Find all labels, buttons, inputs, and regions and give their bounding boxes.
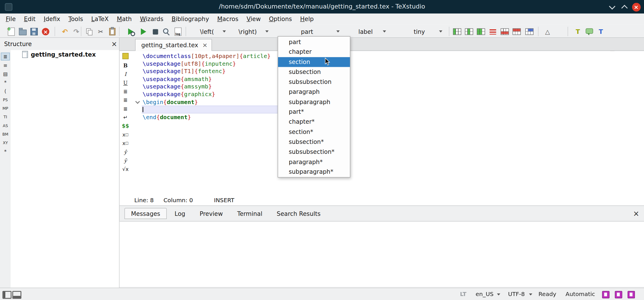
undo-button[interactable] bbox=[60, 26, 70, 37]
misc-symbols-tab[interactable]: * bbox=[1, 148, 10, 155]
bookmarks-tab[interactable]: ≡ bbox=[1, 61, 10, 69]
marker-icon-1[interactable] bbox=[602, 291, 610, 298]
left-delimiter-combo[interactable]: \left( bbox=[191, 26, 229, 37]
dropdown-item-paragraph[interactable]: paragraph bbox=[278, 87, 350, 97]
merge-cells-button[interactable] bbox=[524, 26, 535, 37]
code-area[interactable]: \documentclass[10pt,a4paper]{article}\us… bbox=[132, 52, 644, 135]
spell-language-selector[interactable]: en_US bbox=[476, 288, 493, 300]
operators-tab[interactable]: * bbox=[1, 78, 10, 86]
menu-item-macros[interactable]: Macros bbox=[213, 14, 242, 25]
menu-item-wizards[interactable]: Wizards bbox=[136, 14, 167, 25]
bottom-panel-close-button[interactable]: × bbox=[632, 208, 640, 218]
bottom-tab-log[interactable]: Log bbox=[168, 208, 192, 219]
bar-button[interactable]: ȳ bbox=[121, 156, 130, 164]
delimiters-tab[interactable]: ( bbox=[1, 87, 10, 95]
yellow-marker-icon[interactable] bbox=[122, 53, 129, 59]
code-line-4[interactable]: \usepackage{amsmath} bbox=[143, 75, 212, 83]
tab-close-icon[interactable]: × bbox=[202, 42, 207, 48]
linebreak-button[interactable]: ↵ bbox=[121, 113, 130, 121]
font-size-combo[interactable]: tiny bbox=[400, 26, 446, 37]
dropdown-item-section-star[interactable]: section* bbox=[278, 127, 350, 137]
compile-button[interactable] bbox=[138, 26, 149, 37]
code-line-1[interactable]: \documentclass[10pt,a4paper]{article} bbox=[143, 52, 271, 60]
marker-icon-2[interactable] bbox=[615, 291, 622, 298]
copy-button[interactable] bbox=[84, 26, 95, 37]
encoding-selector[interactable]: UTF-8 bbox=[508, 288, 525, 300]
dropdown-item-subparagraph[interactable]: subparagraph bbox=[278, 97, 350, 107]
editor-tab[interactable]: getting_started.tex × bbox=[135, 39, 212, 51]
reference-combo[interactable]: label bbox=[348, 26, 389, 37]
superscript-button[interactable]: x□ bbox=[121, 139, 130, 147]
titlebar[interactable]: /home/sdm/Dokumente/tex/manual/getting_s… bbox=[0, 0, 644, 14]
triangle-button-1[interactable] bbox=[542, 26, 553, 37]
maximize-button[interactable] bbox=[619, 2, 629, 12]
dropdown-item-part-star[interactable]: part* bbox=[278, 107, 350, 117]
structure-tab[interactable]: ≣ bbox=[1, 53, 10, 60]
code-line-8[interactable] bbox=[142, 106, 280, 113]
underline-button[interactable]: U bbox=[121, 78, 130, 87]
bottom-tab-messages[interactable]: Messages bbox=[124, 208, 167, 219]
remove-column-button[interactable] bbox=[476, 26, 486, 37]
beamer-tab[interactable]: BM bbox=[1, 130, 10, 138]
align-left-button[interactable]: ≣ bbox=[121, 87, 130, 95]
dropdown-item-subsection-star[interactable]: subsection* bbox=[278, 137, 350, 147]
menu-item-bibliography[interactable]: Bibliography bbox=[168, 14, 213, 25]
new-document-button[interactable]: + bbox=[6, 26, 16, 37]
highlight-text-button[interactable] bbox=[572, 26, 583, 37]
redo-button[interactable] bbox=[71, 26, 82, 37]
code-line-5[interactable]: \usepackage{amssymb} bbox=[143, 83, 212, 90]
bottom-tab-search-results[interactable]: Search Results bbox=[270, 208, 327, 219]
dropdown-item-subparagraph-star[interactable]: subparagraph* bbox=[278, 167, 350, 177]
dropdown-item-paragraph-star[interactable]: paragraph* bbox=[278, 157, 350, 167]
subscript-button[interactable]: x□ bbox=[121, 130, 130, 138]
add-row-button[interactable] bbox=[499, 26, 510, 37]
code-line-3[interactable]: \usepackage[T1]{fontenc} bbox=[143, 67, 226, 75]
menu-item-edit[interactable]: Edit bbox=[20, 14, 40, 25]
messages-content[interactable] bbox=[120, 221, 644, 287]
open-button[interactable] bbox=[17, 26, 28, 37]
marker-icon-3[interactable] bbox=[628, 291, 635, 298]
menu-item-latex[interactable]: LaTeX bbox=[87, 14, 113, 25]
menu-item-math[interactable]: Math bbox=[113, 14, 136, 25]
sectioning-combo[interactable]: part bbox=[278, 26, 343, 37]
xy-pic-tab[interactable]: XY bbox=[1, 139, 10, 146]
bottom-tab-preview[interactable]: Preview bbox=[193, 208, 230, 219]
dropdown-item-subsubsection[interactable]: subsubsection bbox=[278, 77, 350, 87]
log-button[interactable]: log bbox=[172, 26, 183, 37]
line-ending-selector[interactable]: Automatic bbox=[566, 288, 595, 300]
cut-button[interactable] bbox=[95, 26, 106, 37]
minimize-button[interactable] bbox=[607, 2, 617, 12]
insert-table-button[interactable] bbox=[452, 26, 462, 37]
code-line-6[interactable]: \usepackage{graphicx} bbox=[143, 90, 215, 98]
toggle-structure-panel-icon[interactable] bbox=[3, 291, 12, 299]
bold-button[interactable]: B bbox=[121, 61, 130, 69]
menu-item-help[interactable]: Help bbox=[296, 14, 318, 25]
toggle-messages-panel-icon[interactable] bbox=[12, 291, 21, 299]
code-line-9[interactable]: \end{document} bbox=[143, 113, 191, 121]
align-rows-button[interactable] bbox=[487, 26, 498, 37]
asymptote-tab[interactable]: AS bbox=[1, 122, 10, 129]
paste-button[interactable] bbox=[107, 26, 118, 37]
menu-item-file[interactable]: File bbox=[2, 14, 20, 25]
metapost-tab[interactable]: MP bbox=[1, 104, 10, 112]
dropdown-item-part[interactable]: part bbox=[278, 37, 350, 47]
stop-button[interactable] bbox=[150, 26, 161, 37]
close-document-button[interactable]: × bbox=[40, 26, 51, 37]
build-and-view-button[interactable] bbox=[125, 26, 136, 37]
pstricks-tab[interactable]: PS bbox=[1, 96, 10, 104]
code-line-2[interactable]: \usepackage[utf8]{inputenc} bbox=[143, 60, 236, 67]
dropdown-item-subsubsection-star[interactable]: subsubsection* bbox=[278, 147, 350, 157]
menu-item-view[interactable]: View bbox=[243, 14, 265, 25]
comment-button[interactable] bbox=[584, 26, 595, 37]
save-button[interactable] bbox=[29, 26, 39, 37]
dropdown-item-section[interactable]: section bbox=[278, 57, 350, 67]
add-column-button[interactable] bbox=[464, 26, 474, 37]
remove-row-button[interactable] bbox=[511, 26, 522, 37]
sqrt-button[interactable]: √x bbox=[121, 165, 130, 173]
view-log-button[interactable] bbox=[161, 26, 172, 37]
dropdown-item-chapter[interactable]: chapter bbox=[278, 47, 350, 57]
dropdown-item-subsection[interactable]: subsection bbox=[278, 67, 350, 77]
menu-item-options[interactable]: Options bbox=[265, 14, 296, 25]
close-window-button[interactable]: × bbox=[631, 2, 641, 12]
dropdown-item-chapter-star[interactable]: chapter* bbox=[278, 117, 350, 127]
